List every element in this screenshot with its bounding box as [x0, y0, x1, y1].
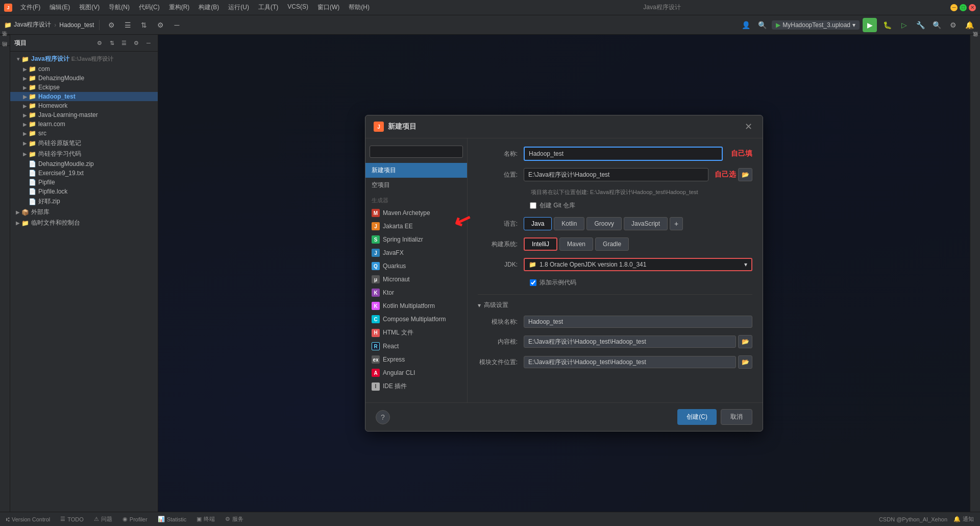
nav-quarkus[interactable]: Q Quarkus [365, 259, 467, 273]
tree-root[interactable]: ▾ 📁 Java程序设计 E:\Java程序设计 [10, 54, 158, 64]
tree-item-dehazing[interactable]: ▶ 📁 DehazingMoudle [10, 74, 158, 83]
profile-button[interactable]: 🔧 [914, 18, 927, 32]
jdk-dropdown[interactable]: 📁 1.8 Oracle OpenJDK version 1.8.0_341 ▾ [524, 258, 752, 271]
git-checkbox[interactable] [530, 202, 536, 209]
tree-close-btn[interactable]: ─ [143, 38, 154, 48]
statistic-status[interactable]: 📊 Statistic [156, 516, 189, 522]
run-configuration[interactable]: ▶ MyHadoopTest_3.upload ▾ [772, 20, 860, 30]
module-file-dir-input[interactable] [524, 356, 736, 368]
nav-html[interactable]: H HTML 文件 [365, 326, 467, 340]
create-button[interactable]: 创建(C) [677, 409, 717, 425]
lang-java-btn[interactable]: Java [524, 217, 552, 230]
menu-tools[interactable]: 工具(T) [254, 2, 282, 13]
name-input[interactable] [524, 147, 723, 161]
tree-item-src[interactable]: ▶ 📁 src [10, 129, 158, 138]
nav-maven-archetype[interactable]: M Maven Archetype [365, 206, 467, 220]
help-button[interactable]: ? [376, 410, 390, 424]
problems-status[interactable]: ⚠ 问题 [92, 515, 114, 523]
location-browse-btn[interactable]: 📂 [738, 168, 752, 181]
lang-add-btn[interactable]: + [670, 217, 683, 230]
menu-refactor[interactable]: 重构(R) [165, 2, 194, 13]
minimize-button[interactable]: ─ [950, 4, 958, 11]
tree-item-dehazingzip[interactable]: 📄 DehazingMoudle.zip [10, 159, 158, 169]
nav-jakarta-ee[interactable]: J Jakarta EE [365, 220, 467, 233]
search-icon-btn[interactable]: 🔍 [930, 18, 943, 32]
module-name-input[interactable] [524, 316, 752, 328]
content-root-browse-btn[interactable]: 📂 [738, 335, 752, 348]
tree-item-code[interactable]: ▶ 📁 尚硅谷学习代码 [10, 149, 158, 159]
tree-item-pipfile[interactable]: 📄 Pipfile [10, 178, 158, 187]
tree-item-java-learning[interactable]: ▶ 📁 Java-Learning-master [10, 110, 158, 119]
bookmark-tab[interactable]: 书签 [0, 35, 10, 45]
terminal-status[interactable]: ▣ 终端 [194, 515, 217, 523]
git-checkbox-label[interactable]: 创建 Git 仓库 [540, 201, 575, 210]
nav-empty-project[interactable]: 空项目 [365, 178, 467, 193]
menu-edit[interactable]: 编辑(E) [45, 2, 74, 13]
debug-button[interactable]: 🐛 [880, 18, 894, 32]
menu-file[interactable]: 文件(F) [16, 2, 44, 13]
menu-vcs[interactable]: VCS(S) [283, 2, 312, 13]
build-intellij-btn[interactable]: IntelliJ [524, 237, 557, 251]
coverage-button[interactable]: ▷ [897, 18, 911, 32]
close-button[interactable]: ✕ [969, 4, 976, 11]
nav-ktor[interactable]: K Ktor [365, 286, 467, 299]
content-root-input[interactable] [524, 336, 736, 348]
location-input[interactable] [524, 168, 708, 181]
settings-icon-btn[interactable]: ⚙ [946, 18, 960, 32]
tree-item-homework[interactable]: ▶ 📁 Homework [10, 101, 158, 110]
tree-item-com[interactable]: ▶ 📁 com [10, 64, 158, 74]
nav-express[interactable]: ex Express [365, 353, 467, 366]
nav-javafx[interactable]: J JavaFX [365, 246, 467, 259]
tree-item-hadoop[interactable]: ▶ 📁 Hadoop_test [10, 92, 158, 101]
menu-build[interactable]: 构建(B) [194, 2, 223, 13]
lang-groovy-btn[interactable]: Groovy [586, 217, 622, 230]
tree-item-learn[interactable]: ▶ 📁 learn.com [10, 119, 158, 129]
sample-code-checkbox[interactable] [530, 279, 536, 286]
toolbar-list-btn[interactable]: ☰ [121, 18, 134, 32]
tree-settings-btn[interactable]: ⚙ [94, 38, 105, 48]
nav-compose[interactable]: C Compose Multiplatform [365, 313, 467, 326]
nav-kotlin-multi[interactable]: K Kotlin Multiplatform [365, 299, 467, 313]
window-controls[interactable]: ─ □ ✕ [950, 4, 976, 11]
profiler-status[interactable]: ◉ Profiler [120, 516, 150, 522]
toolbar-sort-btn[interactable]: ⇅ [137, 18, 151, 32]
modal-search-input[interactable] [370, 146, 463, 158]
tree-item-external[interactable]: ▶ 📦 外部库 [10, 207, 158, 218]
version-control-status[interactable]: ⑆ Version Control [4, 516, 52, 522]
sample-code-label[interactable]: 添加示例代码 [540, 278, 576, 287]
menu-code[interactable]: 代码(C) [135, 2, 164, 13]
tree-item-notes[interactable]: ▶ 📁 尚硅谷原版笔记 [10, 138, 158, 149]
nav-react[interactable]: R React [365, 340, 467, 353]
build-maven-btn[interactable]: Maven [559, 237, 593, 251]
notification-status[interactable]: 🔔 通知 [951, 515, 976, 523]
nav-spring[interactable]: S Spring Initializr [365, 233, 467, 246]
user-icon-btn[interactable]: 👤 [739, 18, 752, 32]
tree-item-pipfilelock[interactable]: 📄 Pipfile.lock [10, 187, 158, 196]
menu-navigate[interactable]: 导航(N) [105, 2, 134, 13]
tree-item-tmp[interactable]: ▶ 📁 临时文件和控制台 [10, 218, 158, 228]
toolbar-options-btn[interactable]: ⚙ [154, 18, 167, 32]
tree-expand-btn[interactable]: ⇅ [107, 38, 117, 48]
notifications-btn[interactable]: 🔔 [963, 18, 976, 32]
nav-ide-plugin[interactable]: I IDE 插件 [365, 379, 467, 393]
nav-micronaut[interactable]: μ Micronaut [365, 273, 467, 286]
menu-bar[interactable]: 文件(F) 编辑(E) 视图(V) 导航(N) 代码(C) 重构(R) 构建(B… [16, 2, 374, 13]
tree-layout-btn[interactable]: ☰ [119, 38, 129, 48]
services-status[interactable]: ⚙ 服务 [223, 515, 246, 523]
nav-new-project[interactable]: 新建项目 [365, 163, 467, 178]
cancel-button[interactable]: 取消 [721, 409, 752, 425]
todo-status[interactable]: ☰ TODO [58, 516, 86, 522]
tree-item-exercise[interactable]: 📄 Exercise9_19.txt [10, 169, 158, 178]
advanced-settings-toggle[interactable]: ▾ 高级设置 [478, 301, 752, 309]
structure-tab[interactable]: 结构 [0, 45, 10, 56]
tree-item-haoye[interactable]: 📄 好耶.zip [10, 196, 158, 207]
module-file-dir-browse-btn[interactable]: 📂 [738, 355, 752, 369]
toolbar-settings-btn[interactable]: ⚙ [105, 18, 118, 32]
nav-angular[interactable]: A Angular CLI [365, 366, 467, 379]
menu-run[interactable]: 运行(U) [224, 2, 253, 13]
tree-item-eckipse[interactable]: ▶ 📁 Eckipse [10, 83, 158, 92]
run-button[interactable]: ▶ [863, 18, 877, 32]
lang-js-btn[interactable]: JavaScript [624, 217, 668, 230]
lang-kotlin-btn[interactable]: Kotlin [554, 217, 584, 230]
favorites-tab[interactable]: 收藏 [971, 37, 980, 45]
